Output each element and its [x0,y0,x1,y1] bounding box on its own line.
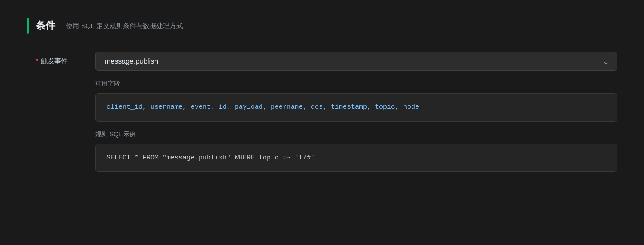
available-fields-label: 可用字段 [95,80,617,88]
trigger-field-group: message.publish message.delivered messag… [95,52,617,172]
sql-example-section: 规则 SQL 示例 SELECT * FROM "message.publish… [95,131,617,172]
section-title: 条件 [36,19,55,33]
sql-example-value: SELECT * FROM "message.publish" WHERE to… [106,154,315,162]
section-header: 条件 使用 SQL 定义规则条件与数据处理方式 [27,18,617,34]
available-fields-box: client_id, username, event, id, payload,… [95,93,617,122]
trigger-select[interactable]: message.publish message.delivered messag… [95,52,617,71]
trigger-label-text: 触发事件 [41,57,68,65]
required-mark: * [36,57,38,65]
sql-example-label: 规则 SQL 示例 [95,131,617,139]
accent-bar [27,18,29,34]
section-subtitle: 使用 SQL 定义规则条件与数据处理方式 [66,22,183,30]
trigger-event-row: * 触发事件 message.publish message.delivered… [36,52,617,172]
available-fields-section: 可用字段 client_id, username, event, id, pay… [95,80,617,122]
available-fields-value: client_id, username, event, id, payload,… [106,103,419,111]
sql-example-box: SELECT * FROM "message.publish" WHERE to… [95,144,617,172]
trigger-label: * 触发事件 [36,52,85,65]
trigger-select-wrapper[interactable]: message.publish message.delivered messag… [95,52,617,71]
form-area: * 触发事件 message.publish message.delivered… [27,52,617,172]
